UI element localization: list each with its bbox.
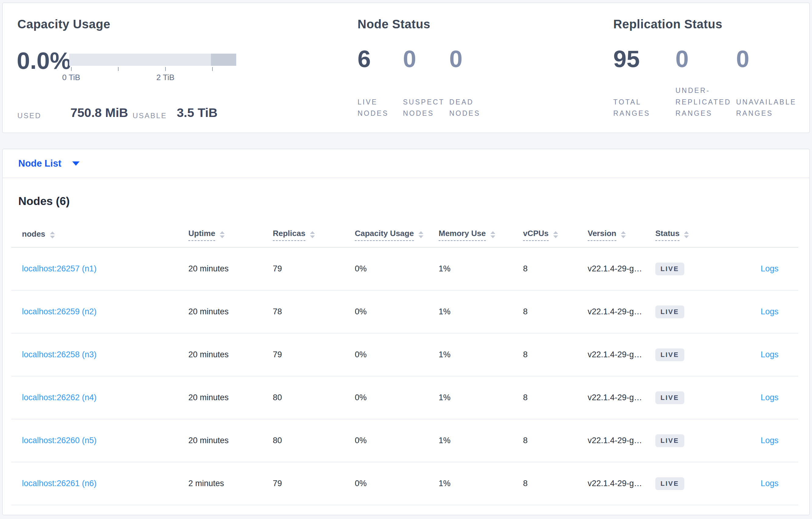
column-header-uptime[interactable]: Uptime [188, 222, 273, 247]
column-header-logs [716, 222, 798, 247]
sort-icon [553, 231, 558, 238]
version-cell: v22.1.4-29-g… [588, 376, 655, 419]
sort-icon [684, 231, 689, 238]
memory-use-cell: 1% [439, 333, 523, 376]
status-badge: LIVE [655, 391, 684, 404]
dead-nodes-value: 0 [449, 47, 462, 71]
cluster-summary-card: Capacity Usage 0.0% 0 TiB 2 TiB USED 750… [2, 2, 810, 133]
replicas-cell: 78 [273, 290, 355, 333]
live-nodes-value: 6 [357, 47, 371, 71]
capacity-axis-tick [212, 67, 213, 71]
memory-use-cell: 1% [439, 376, 523, 419]
live-nodes-label: LIVE NODES [357, 96, 398, 119]
sort-icon [621, 231, 626, 238]
column-header-version[interactable]: Version [588, 222, 655, 247]
capacity-bar-dark-segment [211, 54, 236, 66]
logs-link[interactable]: Logs [760, 393, 779, 402]
column-header-status[interactable]: Status [655, 222, 716, 247]
capacity-usage-cell: 0% [355, 333, 439, 376]
logs-link[interactable]: Logs [760, 479, 779, 488]
dead-nodes-label: DEAD NODES [449, 96, 493, 119]
status-badge: LIVE [655, 263, 684, 275]
node-address-link[interactable]: localhost:26258 (n3) [22, 350, 97, 359]
column-header-memory-use[interactable]: Memory Use [439, 222, 523, 247]
uptime-cell: 20 minutes [188, 333, 273, 376]
capacity-usage-cell: 0% [355, 462, 439, 505]
capacity-percent-value: 0.0% [17, 49, 71, 72]
table-header-row: nodes Uptime Replicas Capacity Usage Mem… [11, 222, 798, 247]
suspect-nodes-label: SUSPECT NODES [403, 96, 447, 119]
table-row: localhost:26259 (n2) 20 minutes 78 0% 1%… [11, 290, 798, 333]
capacity-usage-bar [69, 54, 236, 66]
sort-icon [490, 231, 495, 238]
logs-link[interactable]: Logs [760, 436, 779, 445]
column-header-vcpus[interactable]: vCPUs [523, 222, 588, 247]
node-address-link[interactable]: localhost:26259 (n2) [22, 307, 97, 316]
usable-value: 3.5 TiB [177, 106, 218, 119]
version-cell: v22.1.4-29-g… [588, 247, 655, 290]
logs-link[interactable]: Logs [760, 307, 779, 316]
logs-link[interactable]: Logs [760, 350, 779, 359]
replicas-cell: 80 [273, 419, 355, 462]
capacity-axis-tick [71, 67, 71, 71]
unavailable-ranges-label: UNAVAILABLE RANGES [736, 96, 803, 119]
replicas-cell: 79 [273, 247, 355, 290]
capacity-axis-tick [165, 67, 166, 71]
table-row: localhost:26261 (n6) 2 minutes 79 0% 1% … [11, 462, 798, 505]
usable-label: USABLE [133, 112, 167, 120]
replicas-cell: 79 [273, 333, 355, 376]
table-row: localhost:26258 (n3) 20 minutes 79 0% 1%… [11, 333, 798, 376]
version-cell: v22.1.4-29-g… [588, 333, 655, 376]
capacity-usage-cell: 0% [355, 247, 439, 290]
capacity-usage-cell: 0% [355, 376, 439, 419]
memory-use-cell: 1% [439, 290, 523, 333]
under-replicated-ranges-value: 0 [675, 47, 689, 71]
node-address-link[interactable]: localhost:26257 (n1) [22, 264, 97, 273]
sort-icon [220, 231, 225, 238]
memory-use-cell: 1% [439, 247, 523, 290]
replicas-cell: 80 [273, 376, 355, 419]
under-replicated-ranges-label: UNDER-REPLICATED RANGES [675, 85, 736, 119]
nodes-table: nodes Uptime Replicas Capacity Usage Mem… [11, 222, 798, 505]
memory-use-cell: 1% [439, 462, 523, 505]
status-badge: LIVE [655, 305, 684, 318]
node-address-link[interactable]: localhost:26262 (n4) [22, 393, 97, 402]
memory-use-cell: 1% [439, 419, 523, 462]
chevron-down-icon [72, 161, 80, 166]
used-value: 750.8 MiB [70, 106, 128, 119]
node-address-link[interactable]: localhost:26260 (n5) [22, 436, 97, 445]
uptime-cell: 2 minutes [188, 462, 273, 505]
capacity-usage-cell: 0% [355, 290, 439, 333]
version-cell: v22.1.4-29-g… [588, 419, 655, 462]
uptime-cell: 20 minutes [188, 290, 273, 333]
sort-icon [310, 231, 315, 238]
logs-link[interactable]: Logs [760, 264, 779, 273]
node-list-dropdown-label: Node List [18, 159, 61, 168]
table-row: localhost:26260 (n5) 20 minutes 80 0% 1%… [11, 419, 798, 462]
sort-icon [418, 231, 424, 238]
table-row: localhost:26257 (n1) 20 minutes 79 0% 1%… [11, 247, 798, 290]
version-cell: v22.1.4-29-g… [588, 290, 655, 333]
uptime-cell: 20 minutes [188, 247, 273, 290]
capacity-axis-label: 2 TiB [156, 72, 174, 83]
version-cell: v22.1.4-29-g… [588, 462, 655, 505]
total-ranges-label: TOTAL RANGES [613, 96, 671, 119]
sort-icon [50, 232, 55, 239]
nodes-count-heading: Nodes (6) [18, 195, 70, 208]
replicas-cell: 79 [273, 462, 355, 505]
uptime-cell: 20 minutes [188, 376, 273, 419]
node-list-header: Node List [3, 149, 809, 178]
node-list-dropdown[interactable]: Node List [18, 159, 80, 168]
table-row: localhost:26262 (n4) 20 minutes 80 0% 1%… [11, 376, 798, 419]
unavailable-ranges-value: 0 [736, 47, 749, 71]
node-address-link[interactable]: localhost:26261 (n6) [22, 479, 97, 488]
column-header-capacity-usage[interactable]: Capacity Usage [355, 222, 439, 247]
status-badge: LIVE [655, 434, 684, 447]
vcpus-cell: 8 [523, 462, 588, 505]
status-badge: LIVE [655, 477, 684, 490]
column-header-nodes[interactable]: nodes [11, 222, 188, 247]
uptime-cell: 20 minutes [188, 419, 273, 462]
capacity-axis-label: 0 TiB [62, 72, 80, 83]
column-header-replicas[interactable]: Replicas [273, 222, 355, 247]
vcpus-cell: 8 [523, 290, 588, 333]
